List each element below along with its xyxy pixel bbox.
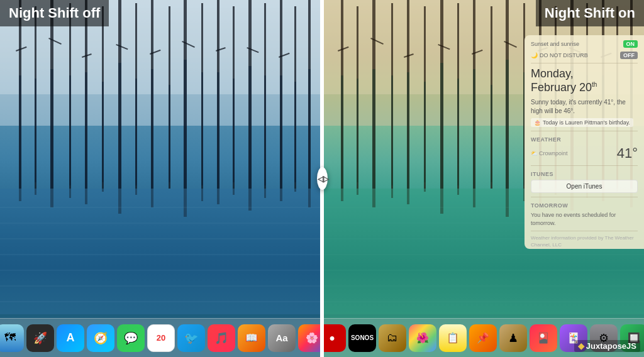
dock-dict[interactable]: Aa: [268, 324, 296, 352]
nc-temperature: 41°: [617, 145, 638, 162]
left-label: Night Shift off: [0, 0, 109, 26]
dock-safari[interactable]: 🧭: [87, 324, 114, 352]
watermark: ◆JuxtaposeJS: [574, 340, 640, 352]
svg-rect-96: [473, 69, 475, 189]
watermark-diamond: ◆: [578, 341, 584, 351]
nc-divider-4: [531, 197, 638, 197]
dock-music[interactable]: 🎵: [208, 324, 235, 352]
svg-rect-42: [201, 72, 203, 185]
dock-notes2[interactable]: 📌: [469, 324, 497, 352]
svg-rect-36: [102, 82, 104, 182]
dock-twitter[interactable]: 🐦: [177, 324, 205, 352]
svg-rect-90: [372, 69, 375, 189]
nc-sunrise-toggle[interactable]: ON: [623, 40, 638, 48]
dock-sonos[interactable]: SONOS: [348, 324, 376, 352]
comparison-divider[interactable]: ◁▷: [320, 0, 324, 357]
divider-right-arrow: ▷: [323, 174, 328, 184]
svg-rect-92: [407, 72, 409, 189]
svg-rect-37: [118, 63, 121, 189]
svg-rect-46: [264, 75, 266, 185]
svg-rect-44: [233, 79, 235, 182]
svg-rect-49: [308, 69, 311, 189]
dock-lastpass[interactable]: ●: [322, 324, 346, 352]
dock-maps[interactable]: 🗺: [0, 324, 24, 352]
nc-dnd-toggle[interactable]: OFF: [620, 52, 638, 59]
left-panel: Night Shift off 🖥 🗺 🚀 A 🧭 💬: [0, 0, 322, 357]
main-container: Night Shift off 🖥 🗺 🚀 A 🧭 💬: [0, 0, 644, 357]
svg-rect-95: [457, 79, 459, 185]
svg-rect-45: [248, 66, 252, 189]
notification-center: Sunset and sunrise ON 🌙 DO NOT DISTURB O…: [525, 35, 644, 249]
nc-dnd-label: 🌙 DO NOT DISTURB: [531, 52, 588, 58]
nc-divider-1: [531, 63, 638, 63]
divider-handle[interactable]: ◁▷: [317, 167, 328, 190]
nc-section-tomorrow: TOMORROW: [531, 202, 638, 209]
nc-sunrise-label: Sunset and sunrise: [531, 41, 579, 47]
dock-chess[interactable]: ♟: [499, 324, 527, 352]
nc-divider-5: [531, 231, 638, 231]
svg-rect-33: [50, 69, 53, 189]
svg-rect-41: [184, 60, 187, 189]
dock-icon9[interactable]: 🎴: [530, 324, 557, 352]
nc-section-itunes: ITUNES: [531, 171, 638, 177]
svg-rect-98: [506, 60, 509, 189]
dock-stickies[interactable]: 📋: [439, 324, 467, 352]
svg-rect-89: [357, 79, 358, 182]
left-dock: 🖥 🗺 🚀 A 🧭 💬 20 🐦 �: [0, 318, 322, 357]
nc-sunrise-row: Sunset and sunrise ON: [531, 40, 638, 48]
dock-photos[interactable]: 🌸: [298, 324, 322, 352]
dock-icon4[interactable]: 🗂: [379, 324, 406, 352]
right-panel: Sunset and sunrise ON 🌙 DO NOT DISTURB O…: [322, 0, 644, 357]
svg-rect-93: [424, 82, 426, 182]
dock-launchpad[interactable]: 🚀: [26, 324, 54, 352]
svg-rect-32: [35, 79, 36, 182]
left-scene-svg: [0, 0, 322, 357]
dock-appstore[interactable]: A: [57, 324, 84, 352]
nc-divider-2: [531, 131, 638, 131]
svg-rect-43: [217, 72, 219, 189]
svg-rect-34: [69, 75, 71, 185]
svg-rect-38: [135, 79, 137, 185]
svg-rect-88: [341, 75, 343, 189]
svg-rect-31: [19, 75, 21, 189]
dock-icon5[interactable]: 🌺: [409, 324, 436, 352]
dock-calendar[interactable]: 20: [147, 324, 175, 352]
svg-rect-94: [440, 63, 443, 189]
nc-date: Monday, February 20th: [531, 67, 638, 94]
nc-section-weather: WEATHER: [531, 136, 638, 143]
svg-rect-39: [151, 69, 153, 189]
svg-rect-48: [294, 82, 296, 182]
dock-messages[interactable]: 💬: [117, 324, 145, 352]
nc-itunes-btn[interactable]: Open iTunes: [531, 180, 638, 193]
svg-rect-40: [169, 85, 170, 182]
dock-books[interactable]: 📖: [238, 324, 265, 352]
divider-left-arrow: ◁: [318, 174, 323, 184]
svg-rect-97: [491, 85, 492, 182]
svg-rect-35: [85, 72, 87, 189]
right-label: Night Shift on: [536, 0, 644, 26]
nc-weather-text: Sunny today, it's currently 41°, the hig…: [531, 98, 638, 116]
nc-birthday: 🎂 Today is Lauren Pittman's birthday.: [531, 118, 633, 127]
nc-weather-detail: ⛅ Crownpoint 41°: [531, 145, 638, 162]
svg-rect-91: [391, 75, 393, 185]
nc-divider-3: [531, 165, 638, 166]
svg-rect-47: [280, 75, 282, 189]
watermark-text: JuxtaposeJS: [586, 341, 636, 351]
nc-dnd-row: 🌙 DO NOT DISTURB OFF: [531, 52, 638, 59]
nc-tomorrow-text: You have no events scheduled for tomorro…: [531, 211, 638, 227]
nc-weather-credit: Weather information provided by The Weat…: [531, 235, 638, 248]
nc-location: ⛅ Crownpoint: [531, 150, 568, 157]
